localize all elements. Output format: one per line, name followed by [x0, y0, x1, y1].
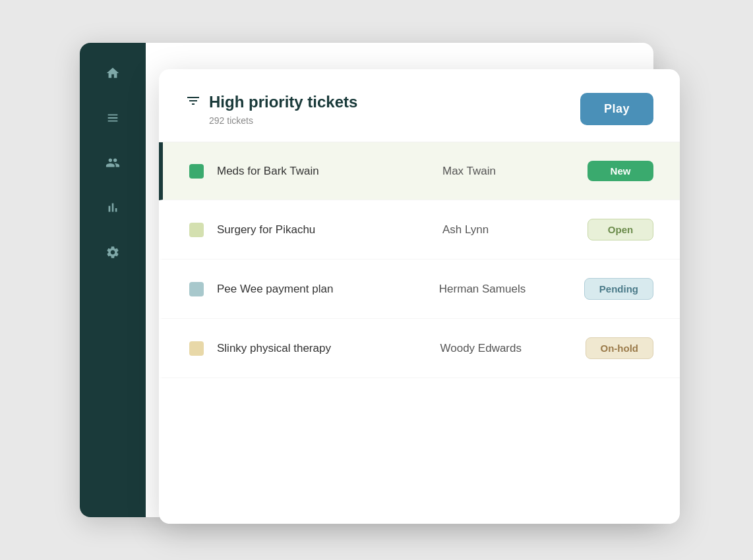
ticket-person: Max Twain — [442, 165, 574, 178]
ticket-name: Surgery for Pikachu — [217, 223, 429, 237]
scene: High priority tickets 292 tickets Play M… — [80, 30, 673, 530]
status-badge: New — [587, 161, 653, 181]
ticket-name: Slinky physical therapy — [217, 342, 427, 355]
ticket-dot — [189, 341, 204, 356]
ticket-person: Herman Samuels — [439, 283, 571, 296]
filter-icon — [185, 93, 201, 111]
reports-icon[interactable] — [101, 196, 125, 219]
home-icon[interactable] — [101, 61, 125, 85]
status-badge: Pending — [584, 278, 653, 300]
sidebar — [80, 43, 146, 517]
ticket-person: Woody Edwards — [440, 342, 572, 355]
ticket-row[interactable]: Slinky physical therapy Woody Edwards On… — [159, 319, 680, 378]
header-left: High priority tickets 292 tickets — [185, 93, 357, 126]
card-header: High priority tickets 292 tickets Play — [159, 69, 680, 142]
page-title: High priority tickets — [209, 93, 357, 111]
status-badge: Open — [587, 219, 653, 240]
tickets-icon[interactable] — [101, 106, 125, 130]
ticket-person: Ash Lynn — [442, 223, 574, 237]
ticket-dot — [189, 282, 204, 296]
ticket-row[interactable]: Pee Wee payment plan Herman Samuels Pend… — [159, 260, 680, 319]
ticket-dot — [189, 223, 204, 237]
ticket-name: Meds for Bark Twain — [217, 165, 429, 178]
ticket-count: 292 tickets — [209, 115, 357, 126]
ticket-row[interactable]: Meds for Bark Twain Max Twain New — [159, 142, 680, 200]
play-button[interactable]: Play — [580, 93, 653, 125]
front-card: High priority tickets 292 tickets Play M… — [159, 69, 680, 524]
tickets-list: Meds for Bark Twain Max Twain New Surger… — [159, 142, 680, 378]
ticket-row[interactable]: Surgery for Pikachu Ash Lynn Open — [159, 200, 680, 260]
ticket-name: Pee Wee payment plan — [217, 283, 426, 296]
status-badge: On-hold — [586, 337, 653, 359]
ticket-dot — [189, 164, 204, 179]
settings-icon[interactable] — [101, 240, 125, 264]
contacts-icon[interactable] — [101, 151, 125, 175]
header-title-row: High priority tickets — [185, 93, 357, 111]
